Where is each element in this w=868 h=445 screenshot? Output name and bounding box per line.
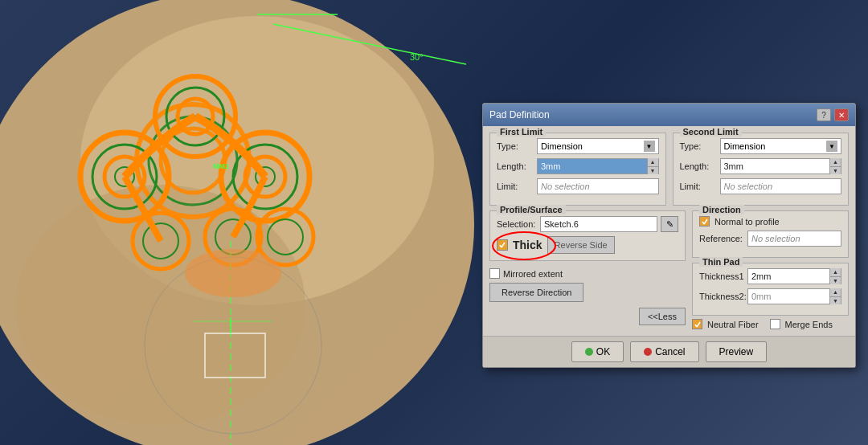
second-length-spinbox[interactable]: 3mm ▲ ▼ bbox=[720, 158, 842, 174]
less-button[interactable]: <<Less bbox=[639, 308, 686, 325]
direction-section: Direction Normal to profile Reference: N… bbox=[692, 210, 849, 258]
second-type-label: Type: bbox=[680, 141, 720, 151]
mirrored-extent-item: Mirrored extent bbox=[489, 268, 563, 279]
limits-row: First Limit Type: Dimension ▼ Length: 3m… bbox=[489, 133, 849, 206]
thickness2-label: Thickness2: bbox=[699, 292, 747, 301]
thickness2-arrows: ▲ ▼ bbox=[829, 288, 841, 304]
first-length-arrows: ▲ ▼ bbox=[647, 158, 658, 174]
sketch-row: Selection: Sketch.6 ✎ bbox=[497, 216, 678, 232]
thickness1-arrows: ▲ ▼ bbox=[829, 268, 841, 284]
direction-reference-value[interactable]: No selection bbox=[747, 231, 841, 247]
sketch-edit-button[interactable]: ✎ bbox=[661, 216, 678, 232]
thickness2-up[interactable]: ▲ bbox=[830, 288, 841, 297]
first-limit-selection[interactable]: No selection bbox=[537, 178, 659, 194]
titlebar-buttons: ? ✕ bbox=[817, 108, 849, 121]
second-limit-label2: Limit: bbox=[680, 182, 720, 191]
neutral-fiber-row: Neutral Fiber Merge Ends bbox=[692, 319, 849, 329]
first-length-up[interactable]: ▲ bbox=[648, 158, 658, 167]
ok-button[interactable]: OK bbox=[571, 341, 624, 362]
neutral-fiber-checkbox[interactable] bbox=[692, 319, 702, 329]
merge-ends-checkbox[interactable] bbox=[770, 319, 780, 329]
first-type-combo[interactable]: Dimension ▼ bbox=[537, 138, 659, 154]
ok-icon bbox=[585, 348, 593, 356]
thickness1-up[interactable]: ▲ bbox=[830, 268, 841, 277]
normal-to-profile-label: Normal to profile bbox=[714, 217, 780, 227]
dialog-titlebar: Pad Definition ? ✕ bbox=[483, 104, 855, 126]
second-length-arrows: ▲ ▼ bbox=[829, 158, 841, 174]
second-length-down[interactable]: ▼ bbox=[830, 167, 841, 175]
left-panel: Profile/Surface Selection: Sketch.6 ✎ Th… bbox=[489, 210, 686, 329]
selection-label: Selection: bbox=[497, 219, 537, 229]
thin-pad-label: Thin Pad bbox=[699, 257, 743, 267]
first-limit-row: Limit: No selection bbox=[497, 178, 659, 194]
thickness1-spinbox[interactable]: 2mm ▲ ▼ bbox=[747, 268, 841, 284]
right-panel: Direction Normal to profile Reference: N… bbox=[692, 210, 849, 329]
close-button[interactable]: ✕ bbox=[834, 108, 849, 121]
svg-line-38 bbox=[697, 322, 700, 327]
normal-to-profile-checkbox[interactable] bbox=[699, 216, 710, 227]
first-length-row: Length: 3mm ▲ ▼ bbox=[497, 158, 659, 174]
help-button[interactable]: ? bbox=[817, 108, 831, 121]
thickness1-down[interactable]: ▼ bbox=[830, 277, 841, 285]
second-limit-group: Second Limit Type: Dimension ▼ Length: 3… bbox=[673, 133, 850, 206]
bottom-row: <<Less bbox=[489, 308, 686, 325]
sketch-value[interactable]: Sketch.6 bbox=[540, 216, 657, 232]
direction-reference-row: Reference: No selection bbox=[699, 231, 841, 247]
thick-checkbox[interactable] bbox=[497, 239, 508, 251]
profile-section: Profile/Surface Selection: Sketch.6 ✎ Th… bbox=[489, 210, 686, 261]
first-limit-label: First Limit bbox=[497, 127, 546, 137]
dialog-content: First Limit Type: Dimension ▼ Length: 3m… bbox=[483, 126, 855, 336]
second-limit-row: Limit: No selection bbox=[680, 178, 842, 194]
normal-to-profile-row: Normal to profile bbox=[699, 216, 841, 227]
svg-text:30°: 30° bbox=[410, 52, 424, 62]
second-length-row: Length: 3mm ▲ ▼ bbox=[680, 158, 842, 174]
second-type-row: Type: Dimension ▼ bbox=[680, 138, 842, 154]
second-length-label: Length: bbox=[680, 161, 720, 171]
main-body: Profile/Surface Selection: Sketch.6 ✎ Th… bbox=[489, 210, 849, 329]
second-limit-label: Second Limit bbox=[680, 127, 742, 137]
svg-point-31 bbox=[185, 249, 281, 297]
pad-definition-dialog: Pad Definition ? ✕ First Limit Type: Dim… bbox=[482, 103, 856, 368]
reverse-side-button[interactable]: Reverse Side bbox=[547, 236, 615, 254]
cancel-icon bbox=[644, 348, 652, 356]
first-type-label: Type: bbox=[497, 141, 537, 151]
reverse-direction-row: Reverse Direction bbox=[489, 283, 686, 302]
second-length-up[interactable]: ▲ bbox=[830, 158, 841, 167]
svg-line-36 bbox=[704, 219, 707, 224]
dialog-title: Pad Definition bbox=[489, 109, 550, 120]
dialog-footer: OK Cancel Preview bbox=[483, 336, 855, 367]
thick-label: Thick bbox=[513, 239, 542, 251]
second-limit-selection[interactable]: No selection bbox=[720, 178, 842, 194]
thick-row: Thick Reverse Side bbox=[497, 236, 678, 254]
thin-pad-section: Thin Pad Thickness1 2mm ▲ ▼ Thickness2: bbox=[692, 263, 849, 316]
second-type-arrow: ▼ bbox=[826, 141, 837, 152]
first-length-label: Length: bbox=[497, 161, 537, 171]
mirrored-extent-label: Mirrored extent bbox=[503, 269, 563, 279]
first-limit-group: First Limit Type: Dimension ▼ Length: 3m… bbox=[489, 133, 666, 206]
first-type-row: Type: Dimension ▼ bbox=[497, 138, 659, 154]
first-length-spinbox[interactable]: 3mm ▲ ▼ bbox=[537, 158, 659, 174]
direction-label: Direction bbox=[699, 205, 744, 214]
mirrored-extent-checkbox[interactable] bbox=[489, 268, 500, 279]
first-length-down[interactable]: ▼ bbox=[648, 167, 658, 175]
thickness1-row: Thickness1 2mm ▲ ▼ bbox=[699, 268, 841, 284]
first-limit-label2: Limit: bbox=[497, 182, 537, 191]
svg-text:MM1: MM1 bbox=[213, 162, 229, 170]
merge-ends-label: Merge Ends bbox=[785, 320, 833, 329]
thickness2-spinbox[interactable]: 0mm ▲ ▼ bbox=[747, 288, 841, 304]
profile-label: Profile/Surface bbox=[497, 205, 566, 214]
thickness2-down[interactable]: ▼ bbox=[830, 297, 841, 305]
reverse-direction-button[interactable]: Reverse Direction bbox=[489, 283, 583, 302]
cancel-button[interactable]: Cancel bbox=[630, 341, 698, 362]
first-type-arrow: ▼ bbox=[644, 141, 655, 152]
thickness2-row: Thickness2: 0mm ▲ ▼ bbox=[699, 288, 841, 304]
second-type-combo[interactable]: Dimension ▼ bbox=[720, 138, 842, 154]
neutral-fiber-label: Neutral Fiber bbox=[707, 320, 759, 329]
thickness1-label: Thickness1 bbox=[699, 271, 747, 281]
mirrored-extent-row: Mirrored extent bbox=[489, 268, 686, 279]
svg-line-34 bbox=[502, 243, 505, 247]
preview-button[interactable]: Preview bbox=[706, 341, 768, 362]
direction-reference-label: Reference: bbox=[699, 234, 747, 243]
